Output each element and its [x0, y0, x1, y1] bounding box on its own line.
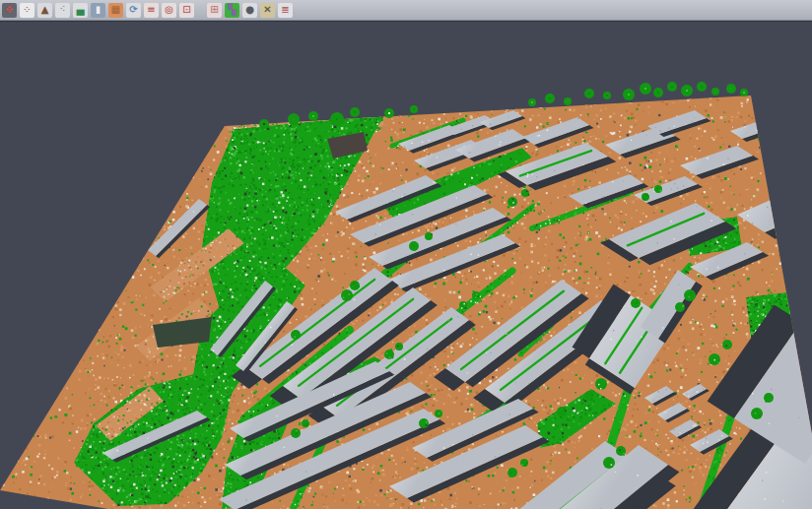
classification-colors-icon[interactable]: ▚: [225, 3, 239, 18]
point-pair-align-icon[interactable]: ⁘: [20, 3, 34, 18]
terrain-mound-icon[interactable]: ▲: [37, 3, 52, 18]
grid-pick-icon[interactable]: ⊞: [207, 3, 222, 18]
clear-cross-icon[interactable]: ✕: [260, 3, 275, 18]
red-layers-icon[interactable]: ≣: [278, 3, 293, 18]
sphere-icon[interactable]: ●: [242, 3, 257, 18]
3d-viewport[interactable]: [0, 21, 812, 509]
red-list-icon[interactable]: ≡: [144, 3, 159, 18]
crop-box-icon[interactable]: ⊡: [179, 3, 194, 18]
orange-tile-icon[interactable]: ▦: [108, 3, 123, 18]
application-window: ✥⁘▲⁖▄▮▦⟳≡◎⊡⊞▚●✕≣: [0, 0, 812, 509]
sync-rotate-icon[interactable]: ⟳: [126, 3, 141, 18]
main-toolbar: ✥⁘▲⁖▄▮▦⟳≡◎⊡⊞▚●✕≣: [0, 0, 812, 21]
subsample-points-icon[interactable]: ⁖: [55, 3, 70, 18]
column-icon[interactable]: ▮: [91, 3, 105, 18]
move-tool-icon[interactable]: ✥: [2, 3, 17, 18]
green-hill-icon[interactable]: ▄: [73, 3, 88, 18]
3d-viewport-canvas[interactable]: [0, 22, 812, 509]
red-ring-icon[interactable]: ◎: [162, 3, 176, 18]
